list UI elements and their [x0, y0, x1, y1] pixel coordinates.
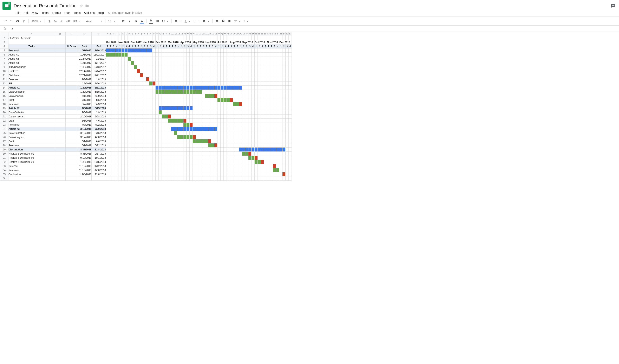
gantt-cell[interactable] — [286, 102, 289, 106]
end-date-cell[interactable]: 12/8/2018 — [92, 148, 106, 152]
gantt-cell[interactable] — [289, 86, 292, 90]
gantt-cell[interactable] — [134, 119, 137, 123]
gantt-cell[interactable] — [289, 106, 292, 110]
gantt-cell[interactable] — [273, 48, 276, 53]
gantt-cell[interactable] — [174, 61, 177, 65]
gantt-cell[interactable] — [214, 98, 217, 102]
gantt-cell[interactable] — [193, 164, 196, 168]
gantt-cell[interactable] — [153, 90, 155, 94]
gantt-cell[interactable] — [190, 135, 193, 139]
gantt-cell[interactable] — [205, 69, 208, 73]
gantt-cell[interactable] — [134, 69, 137, 73]
gantt-cell[interactable] — [211, 110, 214, 114]
gantt-cell[interactable] — [153, 160, 155, 164]
gantt-cell[interactable] — [190, 102, 193, 106]
gantt-cell[interactable] — [106, 90, 109, 94]
gantt-cell[interactable] — [242, 98, 245, 102]
col-header-AR[interactable]: AR — [224, 32, 227, 36]
gantt-cell[interactable] — [168, 123, 171, 127]
col-header-V[interactable]: V — [155, 32, 159, 36]
gantt-cell[interactable] — [131, 57, 134, 61]
month-header[interactable]: Nov 2018 — [267, 40, 279, 44]
gantt-cell[interactable] — [276, 156, 279, 160]
gantt-cell[interactable] — [276, 61, 279, 65]
gantt-cell[interactable] — [177, 102, 180, 106]
gantt-cell[interactable] — [106, 82, 109, 86]
task-cell[interactable]: Data Analysis — [8, 94, 55, 98]
gantt-cell[interactable] — [267, 69, 270, 73]
gantt-cell[interactable] — [252, 135, 255, 139]
gantt-cell[interactable] — [186, 77, 190, 82]
gantt-cell[interactable] — [153, 152, 155, 156]
horizontal-align-button[interactable]: ▼ — [173, 18, 183, 24]
gantt-cell[interactable] — [193, 168, 196, 172]
gantt-cell[interactable] — [177, 156, 180, 160]
gantt-cell[interactable] — [264, 82, 267, 86]
gantt-cell[interactable] — [242, 152, 245, 156]
col-header-AI[interactable]: AI — [196, 32, 199, 36]
week-num[interactable]: 4 — [165, 44, 168, 48]
gantt-cell[interactable] — [115, 135, 118, 139]
gantt-cell[interactable] — [153, 123, 155, 127]
gantt-cell[interactable] — [230, 94, 233, 98]
start-date-cell[interactable]: 5/1/2018 — [77, 139, 92, 143]
gantt-cell[interactable] — [162, 65, 165, 69]
gantt-cell[interactable] — [174, 82, 177, 86]
gantt-cell[interactable] — [146, 114, 149, 119]
gantt-cell[interactable] — [273, 57, 276, 61]
gantt-cell[interactable] — [199, 172, 202, 176]
gantt-cell[interactable] — [267, 164, 270, 168]
gantt-cell[interactable] — [186, 119, 190, 123]
gantt-cell[interactable] — [267, 86, 270, 90]
gantt-cell[interactable] — [233, 127, 236, 131]
gantt-cell[interactable] — [248, 172, 252, 176]
gantt-cell[interactable] — [217, 152, 221, 156]
gantt-cell[interactable] — [115, 139, 118, 143]
row-header-33[interactable]: 33 — [0, 164, 8, 168]
gantt-cell[interactable] — [214, 160, 217, 164]
gantt-cell[interactable] — [190, 48, 193, 53]
gantt-cell[interactable] — [248, 102, 252, 106]
gantt-cell[interactable] — [134, 123, 137, 127]
gantt-cell[interactable] — [276, 135, 279, 139]
gantt-cell[interactable] — [177, 86, 180, 90]
gantt-cell[interactable] — [171, 119, 174, 123]
month-header[interactable]: Oct 2018 — [255, 40, 267, 44]
gantt-cell[interactable] — [208, 123, 211, 127]
gantt-cell[interactable] — [115, 127, 118, 131]
gantt-cell[interactable] — [146, 110, 149, 114]
gantt-cell[interactable] — [159, 172, 162, 176]
gantt-cell[interactable] — [248, 65, 252, 69]
gantt-cell[interactable] — [279, 73, 282, 77]
gantt-cell[interactable] — [146, 106, 149, 110]
gantt-cell[interactable] — [112, 98, 115, 102]
gantt-cell[interactable] — [168, 148, 171, 152]
gantt-cell[interactable] — [125, 135, 128, 139]
gantt-cell[interactable] — [252, 53, 255, 57]
gantt-cell[interactable] — [221, 148, 224, 152]
row-header-25[interactable]: 25 — [0, 131, 8, 135]
gantt-cell[interactable] — [242, 86, 245, 90]
gantt-cell[interactable] — [149, 152, 153, 156]
gantt-cell[interactable] — [248, 119, 252, 123]
week-num[interactable]: 4 — [239, 44, 242, 48]
gantt-cell[interactable] — [196, 143, 199, 148]
col-header-Q[interactable]: Q — [140, 32, 143, 36]
gantt-cell[interactable] — [193, 61, 196, 65]
gantt-cell[interactable] — [174, 53, 177, 57]
gantt-cell[interactable] — [171, 53, 174, 57]
gantt-cell[interactable] — [217, 168, 221, 172]
gantt-cell[interactable] — [112, 160, 115, 164]
col-header-AX[interactable]: AX — [242, 32, 245, 36]
gantt-cell[interactable] — [282, 172, 286, 176]
gantt-cell[interactable] — [242, 53, 245, 57]
gantt-cell[interactable] — [131, 98, 134, 102]
gantt-cell[interactable] — [118, 143, 122, 148]
week-num[interactable]: 1 — [168, 44, 171, 48]
gantt-cell[interactable] — [122, 69, 125, 73]
gantt-cell[interactable] — [227, 57, 230, 61]
gantt-cell[interactable] — [282, 53, 286, 57]
gantt-cell[interactable] — [199, 131, 202, 135]
gantt-cell[interactable] — [233, 94, 236, 98]
gantt-cell[interactable] — [137, 156, 140, 160]
